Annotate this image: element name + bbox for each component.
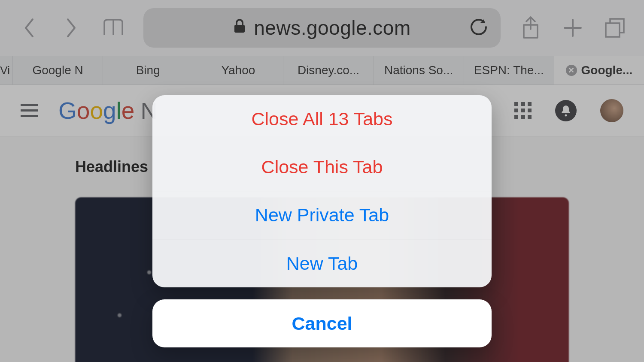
- new-private-tab-action[interactable]: New Private Tab: [152, 191, 492, 239]
- action-label: Close All 13 Tabs: [251, 109, 392, 130]
- action-label: Cancel: [292, 313, 352, 334]
- action-sheet: Close All 13 Tabs Close This Tab New Pri…: [152, 95, 492, 347]
- cancel-action[interactable]: Cancel: [152, 299, 492, 347]
- action-label: Close This Tab: [261, 157, 383, 178]
- new-tab-action[interactable]: New Tab: [152, 239, 492, 287]
- modal-scrim[interactable]: Close All 13 Tabs Close This Tab New Pri…: [0, 0, 644, 362]
- action-label: New Tab: [286, 253, 358, 274]
- close-this-tab-action[interactable]: Close This Tab: [152, 143, 492, 191]
- action-label: New Private Tab: [255, 205, 389, 226]
- close-all-tabs-action[interactable]: Close All 13 Tabs: [152, 95, 492, 143]
